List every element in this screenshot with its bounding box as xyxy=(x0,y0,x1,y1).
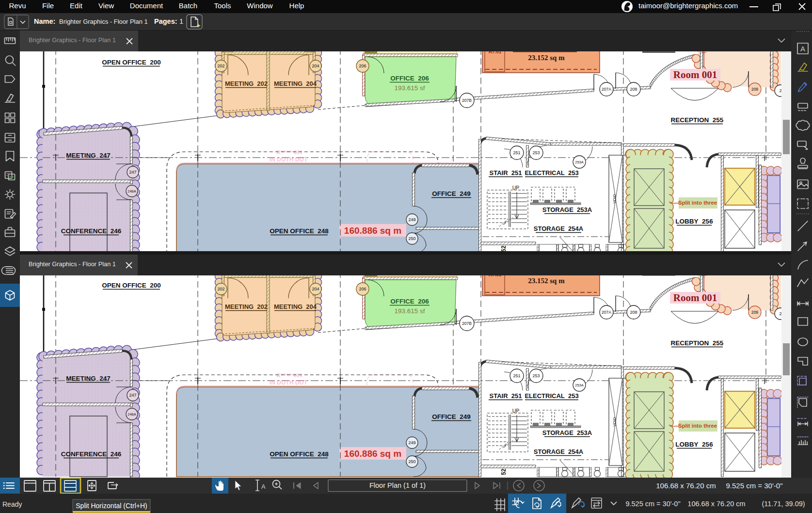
svg-text:Floor Plan (1 of 1): Floor Plan (1 of 1) xyxy=(369,481,426,489)
svg-text:106.68 x 76.20 cm: 106.68 x 76.20 cm xyxy=(687,500,745,508)
svg-text:9.525 cm = 30'-0": 9.525 cm = 30'-0" xyxy=(625,500,680,508)
svg-text:Split Horizontal (Ctrl+H): Split Horizontal (Ctrl+H) xyxy=(76,502,147,510)
svg-text:9.525 cm = 30'-0": 9.525 cm = 30'-0" xyxy=(726,481,782,490)
svg-text:106.68 x 76.20 cm: 106.68 x 76.20 cm xyxy=(656,481,716,490)
svg-text:(11.71, 39.09): (11.71, 39.09) xyxy=(762,500,805,508)
svg-text:A: A xyxy=(261,483,266,490)
svg-text:Ready: Ready xyxy=(2,500,22,508)
svg-text:A: A xyxy=(800,45,805,53)
